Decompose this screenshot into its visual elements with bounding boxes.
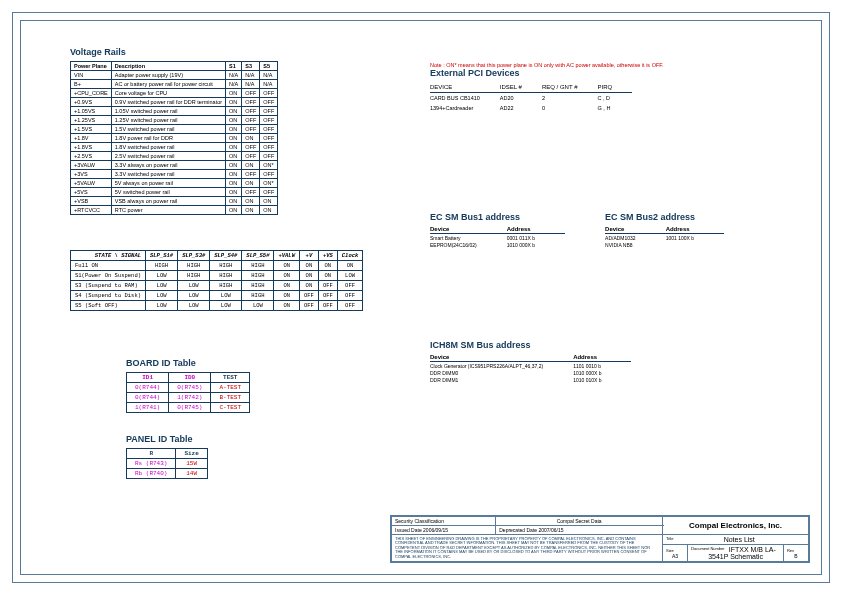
sm-bus2-section: EC SM Bus2 address DeviceAddressAD/ADM10… bbox=[605, 212, 724, 248]
panel-id-table: RSizeRs (R743)15WRb (R740)14W bbox=[126, 448, 208, 479]
tb-issued: 2006/09/15 bbox=[423, 527, 448, 533]
board-id-section: BOARD ID Table ID1ID0TEST0(R744)0(R745)A… bbox=[126, 358, 250, 413]
tb-doc-l: Document Number bbox=[691, 546, 725, 551]
title-block: Security Classification Compal Secret Da… bbox=[390, 515, 810, 563]
tb-size: A3 bbox=[666, 553, 684, 559]
sm2-title: EC SM Bus2 address bbox=[605, 212, 724, 222]
tb-legal: THIS SHEET OF ENGINEERING DRAWING IS THE… bbox=[395, 536, 650, 559]
tb-issued-l: Issued Date bbox=[395, 527, 422, 533]
tb-company: Compal Electronics, Inc. bbox=[689, 521, 782, 530]
voltage-title: Voltage Rails bbox=[70, 47, 360, 57]
sm1-table: DeviceAddressSmart Battery0001 011X bEEP… bbox=[430, 226, 565, 248]
ext-pci-table: DEVICEIDSEL #REQ / GNT #PIRQCARD BUS CB1… bbox=[430, 82, 632, 113]
board-id-table: ID1ID0TEST0(R744)0(R745)A-TEST0(R744)1(R… bbox=[126, 372, 250, 413]
tb-title-l: Title bbox=[666, 536, 673, 541]
voltage-rails-section: Voltage Rails Power PlaneDescriptionS1S3… bbox=[70, 47, 360, 215]
tb-sec-label: Security Classification bbox=[395, 518, 444, 524]
signal-table: STATE \ SIGNALSLP_S1#SLP_S3#SLP_S4#SLP_S… bbox=[70, 250, 363, 311]
voltage-table: Power PlaneDescriptionS1S3S5VINAdapter p… bbox=[70, 61, 278, 215]
board-id-title: BOARD ID Table bbox=[126, 358, 250, 368]
signal-state-section: STATE \ SIGNALSLP_S1#SLP_S3#SLP_S4#SLP_S… bbox=[70, 250, 363, 311]
sm-bus1-section: EC SM Bus1 address DeviceAddressSmart Ba… bbox=[430, 212, 565, 248]
ich-table: DeviceAddressClock Generator (ICS951PRS2… bbox=[430, 354, 631, 383]
ich-title: ICH8M SM Bus address bbox=[430, 340, 631, 350]
tb-dep-l: Deprecated Date bbox=[499, 527, 537, 533]
tb-secret: Compal Secret Data bbox=[557, 518, 602, 524]
tb-notes: Notes List bbox=[724, 536, 755, 543]
ext-pci-title: External PCI Devices bbox=[430, 68, 780, 78]
tb-dep: 2007/06/15 bbox=[538, 527, 563, 533]
panel-id-section: PANEL ID Table RSizeRs (R743)15WRb (R740… bbox=[126, 434, 208, 479]
sm2-table: DeviceAddressAD/ADM10321001 100X bNVIDIA… bbox=[605, 226, 724, 248]
tb-rev: B bbox=[787, 553, 805, 559]
ich-sm-section: ICH8M SM Bus address DeviceAddressClock … bbox=[430, 340, 631, 383]
panel-id-title: PANEL ID Table bbox=[126, 434, 208, 444]
sm1-title: EC SM Bus1 address bbox=[430, 212, 565, 222]
